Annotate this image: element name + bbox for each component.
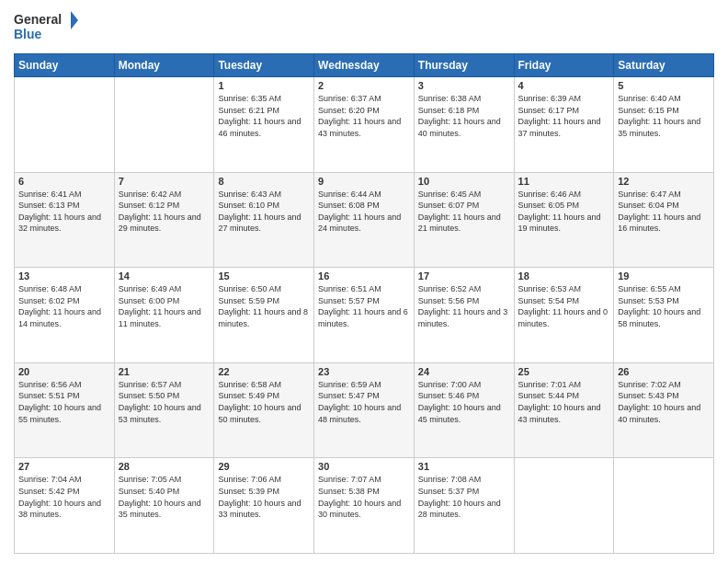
- weekday-header-sunday: Sunday: [15, 54, 115, 77]
- day-number: 19: [618, 270, 710, 282]
- day-number: 29: [218, 461, 310, 472]
- day-cell: 6Sunrise: 6:41 AMSunset: 6:13 PMDaylight…: [15, 172, 115, 268]
- day-number: 9: [318, 176, 410, 187]
- day-cell: 27Sunrise: 7:04 AMSunset: 5:42 PMDayligh…: [15, 458, 115, 554]
- day-info: Sunrise: 6:35 AMSunset: 6:21 PMDaylight:…: [218, 93, 310, 139]
- day-number: 27: [18, 461, 110, 472]
- day-cell: 1Sunrise: 6:35 AMSunset: 6:21 PMDaylight…: [214, 77, 314, 173]
- day-number: 4: [518, 80, 610, 91]
- day-number: 18: [518, 270, 610, 282]
- logo-svg: General Blue: [14, 9, 78, 46]
- day-info: Sunrise: 6:53 AMSunset: 5:54 PMDaylight:…: [518, 283, 610, 329]
- day-info: Sunrise: 6:39 AMSunset: 6:17 PMDaylight:…: [518, 93, 610, 139]
- day-info: Sunrise: 7:08 AMSunset: 5:37 PMDaylight:…: [418, 474, 510, 520]
- day-cell: 7Sunrise: 6:42 AMSunset: 6:12 PMDaylight…: [114, 172, 214, 268]
- day-info: Sunrise: 6:55 AMSunset: 5:53 PMDaylight:…: [618, 283, 710, 329]
- day-number: 21: [119, 366, 210, 377]
- day-number: 28: [119, 461, 210, 472]
- day-cell: 18Sunrise: 6:53 AMSunset: 5:54 PMDayligh…: [514, 268, 614, 363]
- day-cell: [614, 458, 714, 554]
- day-info: Sunrise: 7:04 AMSunset: 5:42 PMDaylight:…: [18, 474, 110, 520]
- day-cell: 17Sunrise: 6:52 AMSunset: 5:56 PMDayligh…: [414, 268, 514, 363]
- day-info: Sunrise: 6:44 AMSunset: 6:08 PMDaylight:…: [318, 189, 410, 235]
- svg-text:General: General: [14, 12, 62, 27]
- day-info: Sunrise: 6:57 AMSunset: 5:50 PMDaylight:…: [119, 379, 210, 425]
- week-row-3: 13Sunrise: 6:48 AMSunset: 6:02 PMDayligh…: [15, 268, 714, 363]
- day-cell: 14Sunrise: 6:49 AMSunset: 6:00 PMDayligh…: [114, 268, 214, 363]
- day-cell: 16Sunrise: 6:51 AMSunset: 5:57 PMDayligh…: [314, 268, 415, 363]
- day-cell: 29Sunrise: 7:06 AMSunset: 5:39 PMDayligh…: [214, 458, 314, 554]
- day-number: 1: [218, 80, 310, 91]
- day-info: Sunrise: 7:01 AMSunset: 5:44 PMDaylight:…: [518, 379, 610, 425]
- week-row-4: 20Sunrise: 6:56 AMSunset: 5:51 PMDayligh…: [15, 362, 714, 458]
- day-number: 7: [119, 176, 210, 187]
- day-info: Sunrise: 6:43 AMSunset: 6:10 PMDaylight:…: [218, 189, 310, 235]
- day-cell: 21Sunrise: 6:57 AMSunset: 5:50 PMDayligh…: [114, 362, 214, 458]
- day-info: Sunrise: 6:38 AMSunset: 6:18 PMDaylight:…: [418, 93, 510, 139]
- day-info: Sunrise: 6:37 AMSunset: 6:20 PMDaylight:…: [318, 93, 410, 139]
- day-cell: 13Sunrise: 6:48 AMSunset: 6:02 PMDayligh…: [15, 268, 115, 363]
- svg-text:Blue: Blue: [14, 27, 42, 41]
- day-info: Sunrise: 6:56 AMSunset: 5:51 PMDaylight:…: [18, 379, 110, 425]
- calendar-table: SundayMondayTuesdayWednesdayThursdayFrid…: [14, 53, 714, 554]
- day-number: 20: [18, 366, 110, 377]
- day-number: 22: [218, 366, 310, 377]
- day-info: Sunrise: 6:40 AMSunset: 6:15 PMDaylight:…: [618, 93, 710, 139]
- day-info: Sunrise: 6:50 AMSunset: 5:59 PMDaylight:…: [218, 283, 310, 329]
- day-cell: [15, 77, 115, 173]
- day-info: Sunrise: 6:59 AMSunset: 5:47 PMDaylight:…: [318, 379, 410, 425]
- weekday-header-wednesday: Wednesday: [314, 54, 415, 77]
- weekday-header-thursday: Thursday: [414, 54, 514, 77]
- weekday-header-monday: Monday: [114, 54, 214, 77]
- day-info: Sunrise: 6:51 AMSunset: 5:57 PMDaylight:…: [318, 283, 410, 329]
- day-number: 13: [18, 270, 110, 282]
- day-cell: 20Sunrise: 6:56 AMSunset: 5:51 PMDayligh…: [15, 362, 115, 458]
- svg-marker-2: [71, 11, 78, 29]
- week-row-1: 1Sunrise: 6:35 AMSunset: 6:21 PMDaylight…: [15, 77, 714, 173]
- day-cell: 19Sunrise: 6:55 AMSunset: 5:53 PMDayligh…: [614, 268, 714, 363]
- day-cell: 30Sunrise: 7:07 AMSunset: 5:38 PMDayligh…: [314, 458, 415, 554]
- day-number: 14: [119, 270, 210, 282]
- day-cell: 22Sunrise: 6:58 AMSunset: 5:49 PMDayligh…: [214, 362, 314, 458]
- day-info: Sunrise: 7:06 AMSunset: 5:39 PMDaylight:…: [218, 474, 310, 520]
- day-cell: 23Sunrise: 6:59 AMSunset: 5:47 PMDayligh…: [314, 362, 415, 458]
- day-number: 3: [418, 80, 510, 91]
- day-cell: 15Sunrise: 6:50 AMSunset: 5:59 PMDayligh…: [214, 268, 314, 363]
- day-number: 10: [418, 176, 510, 187]
- day-number: 30: [318, 461, 410, 472]
- day-info: Sunrise: 6:45 AMSunset: 6:07 PMDaylight:…: [418, 189, 510, 235]
- day-number: 16: [318, 270, 410, 282]
- day-cell: 9Sunrise: 6:44 AMSunset: 6:08 PMDaylight…: [314, 172, 415, 268]
- day-number: 11: [518, 176, 610, 187]
- day-info: Sunrise: 6:42 AMSunset: 6:12 PMDaylight:…: [119, 189, 210, 235]
- day-info: Sunrise: 6:49 AMSunset: 6:00 PMDaylight:…: [119, 283, 210, 329]
- week-row-5: 27Sunrise: 7:04 AMSunset: 5:42 PMDayligh…: [15, 458, 714, 554]
- day-number: 24: [418, 366, 510, 377]
- day-info: Sunrise: 6:58 AMSunset: 5:49 PMDaylight:…: [218, 379, 310, 425]
- day-number: 15: [218, 270, 310, 282]
- day-cell: 11Sunrise: 6:46 AMSunset: 6:05 PMDayligh…: [514, 172, 614, 268]
- weekday-header-row: SundayMondayTuesdayWednesdayThursdayFrid…: [15, 54, 714, 77]
- day-cell: 26Sunrise: 7:02 AMSunset: 5:43 PMDayligh…: [614, 362, 714, 458]
- day-info: Sunrise: 7:07 AMSunset: 5:38 PMDaylight:…: [318, 474, 410, 520]
- page: General Blue SundayMondayTuesdayWednesda…: [0, 0, 728, 563]
- day-number: 6: [18, 176, 110, 187]
- day-number: 26: [618, 366, 710, 377]
- day-info: Sunrise: 6:48 AMSunset: 6:02 PMDaylight:…: [18, 283, 110, 329]
- day-cell: 12Sunrise: 6:47 AMSunset: 6:04 PMDayligh…: [614, 172, 714, 268]
- day-number: 23: [318, 366, 410, 377]
- day-cell: 10Sunrise: 6:45 AMSunset: 6:07 PMDayligh…: [414, 172, 514, 268]
- day-info: Sunrise: 6:47 AMSunset: 6:04 PMDaylight:…: [618, 189, 710, 235]
- week-row-2: 6Sunrise: 6:41 AMSunset: 6:13 PMDaylight…: [15, 172, 714, 268]
- day-cell: 3Sunrise: 6:38 AMSunset: 6:18 PMDaylight…: [414, 77, 514, 173]
- weekday-header-tuesday: Tuesday: [214, 54, 314, 77]
- logo: General Blue: [14, 9, 78, 46]
- day-info: Sunrise: 7:02 AMSunset: 5:43 PMDaylight:…: [618, 379, 710, 425]
- day-cell: 8Sunrise: 6:43 AMSunset: 6:10 PMDaylight…: [214, 172, 314, 268]
- day-info: Sunrise: 7:05 AMSunset: 5:40 PMDaylight:…: [119, 474, 210, 520]
- day-info: Sunrise: 6:46 AMSunset: 6:05 PMDaylight:…: [518, 189, 610, 235]
- day-cell: [114, 77, 214, 173]
- day-cell: 31Sunrise: 7:08 AMSunset: 5:37 PMDayligh…: [414, 458, 514, 554]
- day-cell: 25Sunrise: 7:01 AMSunset: 5:44 PMDayligh…: [514, 362, 614, 458]
- day-cell: 24Sunrise: 7:00 AMSunset: 5:46 PMDayligh…: [414, 362, 514, 458]
